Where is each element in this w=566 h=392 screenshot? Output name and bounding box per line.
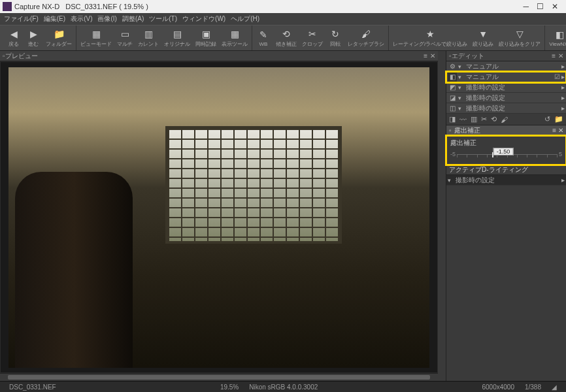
edit-tool-strip: ◨ 〰 ▥ ✂ ⟲ 🖌 ↺ 📁	[446, 114, 566, 125]
exposure-slider[interactable]: -1.50	[457, 149, 558, 159]
original-button[interactable]: ▤オリジナル	[161, 27, 193, 49]
edit-title: エディット	[452, 52, 484, 61]
wb-icon: ◩	[448, 83, 457, 92]
menu-help[interactable]: ヘルプ(H)	[228, 14, 262, 24]
window-titlebar: Capture NX-D DSC_0331.NEF ( 19.5% ) ─ ☐ …	[0, 0, 566, 13]
rating-label-button[interactable]: ★レーティング/ラベルで絞り込み	[390, 27, 470, 49]
crop-icon[interactable]: ✂	[481, 115, 487, 123]
tilt-button[interactable]: ⟲傾き補正	[273, 27, 299, 49]
wb-button[interactable]: ✎WB	[254, 27, 273, 48]
app-icon	[3, 2, 12, 11]
brush-icon[interactable]: 🖌	[501, 116, 508, 123]
status-grip-icon: ◢	[546, 384, 562, 391]
exposure-comp-icon: ◧	[448, 73, 457, 82]
status-dimensions: 6000x4000	[476, 384, 520, 391]
maximize-button[interactable]: ☐	[537, 2, 544, 11]
preview-pane-header: ▫ プレビュー ≡ ✕	[0, 51, 438, 61]
menubar: ファイル(F) 編集(E) 表示(V) 画像(I) 調整(A) ツール(T) ウ…	[0, 13, 566, 25]
edit-pane-close-icon[interactable]: ✕	[558, 52, 563, 59]
status-colorspace: Nikon sRGB 4.0.0.3002	[244, 384, 323, 391]
row-menu-icon[interactable]: ▸	[561, 84, 565, 91]
folder-icon[interactable]: 📁	[554, 115, 563, 123]
menu-tool[interactable]: ツール(T)	[146, 14, 180, 24]
checkbox-icon[interactable]: ☑	[554, 73, 560, 80]
tone-icon[interactable]: ◨	[449, 115, 456, 123]
noise-reduce-icon: ◫	[448, 104, 457, 113]
horizontal-scrollbar[interactable]	[0, 373, 438, 381]
viewnxi-button[interactable]: ◧ViewNX-i	[546, 27, 566, 48]
forward-button[interactable]: ▶進む	[24, 27, 43, 49]
exposure-section-header[interactable]: ▫ 露出補正 ≡✕	[446, 125, 566, 136]
chevron-down-icon: ▾	[448, 177, 454, 184]
edit-pane-header: ▫ エディット ≡ ✕	[446, 51, 566, 61]
reset-icon[interactable]: ↺	[544, 115, 550, 123]
menu-image[interactable]: 画像(I)	[95, 14, 119, 24]
status-page: 1/388	[520, 384, 546, 391]
back-button[interactable]: ◀戻る	[4, 27, 24, 49]
chevron-down-icon: ▾	[458, 74, 465, 80]
menu-edit[interactable]: 編集(E)	[41, 14, 68, 24]
filter-clear-button[interactable]: ▽絞り込みをクリア	[496, 27, 543, 49]
edit-row-manual-1[interactable]: ⚙ ▾ マニュアル ▸	[446, 61, 566, 72]
retouch-button[interactable]: 🖌レタッチブラシ	[345, 27, 387, 49]
statusbar: DSC_0331.NEF 19.5% Nikon sRGB 4.0.0.3002…	[0, 381, 566, 392]
multi-button[interactable]: ▭マルチ	[114, 27, 135, 49]
chevron-down-icon: ▾	[458, 63, 465, 70]
window-title: Capture NX-D DSC_0331.NEF ( 19.5% )	[14, 3, 518, 10]
exposure-value-input[interactable]: -1.50	[493, 148, 514, 155]
main-toolbar: ◀戻る ▶進む 📁フォルダー ▦ビューモード ▭マルチ ▥カレント ▤オリジナル…	[0, 25, 566, 51]
exposure-param-block: 露出補正 -5 -1.50 5	[446, 136, 566, 165]
row-menu-icon[interactable]: ▸	[561, 94, 565, 101]
section-menu-icon[interactable]: ≡	[552, 127, 556, 134]
viewmode-button[interactable]: ▦ビューモード	[78, 27, 114, 49]
preview-pane: ▫ プレビュー ≡ ✕	[0, 51, 438, 381]
menu-adjust[interactable]: 調整(A)	[120, 14, 146, 24]
photo-content	[8, 67, 429, 368]
menu-view[interactable]: 表示(V)	[68, 14, 95, 24]
row-menu-icon[interactable]: ▸	[561, 105, 565, 112]
rotate-button[interactable]: ↻回転	[325, 27, 345, 49]
gear-icon: ⚙	[448, 62, 457, 71]
picture-control-icon: ◪	[448, 93, 457, 103]
current-button[interactable]: ▥カレント	[135, 27, 161, 49]
active-d-label: アクティブD-ライティング	[449, 165, 528, 174]
preview-image-area[interactable]	[1, 62, 437, 372]
status-zoom: 19.5%	[215, 384, 244, 391]
exposure-param-label: 露出補正	[450, 139, 562, 148]
levels-icon[interactable]: ▥	[471, 115, 477, 123]
folder-button[interactable]: 📁フォルダー	[43, 27, 75, 49]
active-d-setting-row[interactable]: ▾ 撮影時の設定 ▸	[446, 175, 566, 186]
menu-window[interactable]: ウィンドウ(W)	[180, 14, 228, 24]
edit-row-shoot-2[interactable]: ◪ ▾ 撮影時の設定 ▸	[446, 93, 566, 103]
active-d-header[interactable]: アクティブD-ライティング	[446, 165, 566, 175]
edit-pane-menu-icon[interactable]: ≡	[552, 52, 556, 59]
chevron-down-icon: ▾	[458, 105, 465, 112]
edit-pane: ▫ エディット ≡ ✕ ⚙ ▾ マニュアル ▸ ◧ ▾ マニュアル ☑▸ ◩ ▾…	[446, 51, 566, 381]
row-menu-icon[interactable]: ▸	[561, 73, 565, 80]
crop-button[interactable]: ✂クロップ	[299, 27, 325, 49]
curves-icon[interactable]: 〰	[459, 116, 467, 123]
menu-file[interactable]: ファイル(F)	[1, 14, 41, 24]
chevron-down-icon: ▾	[458, 95, 465, 101]
edit-row-exposure-icon[interactable]: ◧ ▾ マニュアル ☑▸	[446, 72, 566, 82]
exposure-section-label: 露出補正	[454, 126, 480, 135]
slider-max-label: 5	[559, 151, 562, 157]
status-filename: DSC_0331.NEF	[4, 384, 61, 391]
display-tool-button[interactable]: ▦表示ツール	[219, 27, 250, 49]
chevron-down-icon: ▾	[458, 84, 465, 91]
section-close-icon[interactable]: ✕	[558, 127, 563, 134]
minimize-button[interactable]: ─	[523, 2, 529, 11]
filter-button[interactable]: ▼絞り込み	[470, 27, 496, 49]
row-menu-icon[interactable]: ▸	[561, 176, 565, 184]
vertical-scrollbar[interactable]	[438, 51, 446, 381]
batch-button[interactable]: ▣同時記録	[193, 27, 219, 49]
slider-min-label: -5	[450, 151, 456, 157]
pane-close-icon[interactable]: ✕	[430, 52, 435, 59]
edit-row-shoot-1[interactable]: ◩ ▾ 撮影時の設定 ▸	[446, 82, 566, 93]
section-toggle-icon: ▫	[449, 127, 452, 134]
close-button[interactable]: ✕	[552, 2, 558, 11]
straighten-icon[interactable]: ⟲	[491, 115, 497, 123]
pane-menu-icon[interactable]: ≡	[424, 52, 427, 59]
edit-row-shoot-3[interactable]: ◫ ▾ 撮影時の設定 ▸	[446, 103, 566, 114]
row-menu-icon[interactable]: ▸	[561, 63, 565, 70]
